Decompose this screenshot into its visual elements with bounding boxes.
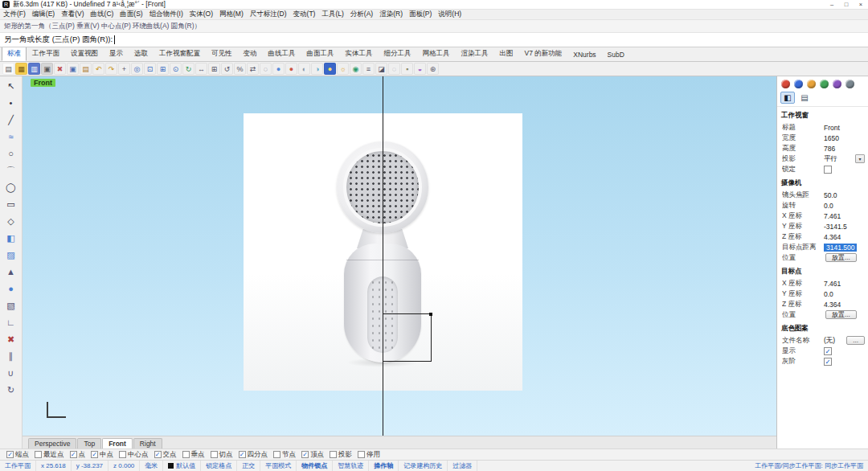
status-cell[interactable]: 智慧轨迹	[333, 461, 369, 471]
copy-icon[interactable]: ▣	[67, 63, 79, 75]
property-value[interactable]: 7.461	[824, 280, 841, 288]
osnap-toggle[interactable]: 垂点	[182, 450, 205, 460]
zoom-window-icon[interactable]: ⊡	[144, 63, 156, 75]
osnap-toggle[interactable]: 切点	[211, 450, 233, 460]
zoom-selected-icon[interactable]: ⊙	[170, 63, 182, 75]
toolbar-tab[interactable]: XNurbs	[567, 48, 601, 61]
osnap-toggle[interactable]: 端点	[6, 450, 29, 460]
xray-display-icon[interactable]: ◑	[311, 63, 323, 75]
property-value[interactable]: (无)	[824, 336, 835, 346]
property-value[interactable]: 786	[824, 145, 835, 153]
osnap-checkbox[interactable]	[70, 451, 77, 458]
box-icon[interactable]: ▧	[2, 297, 19, 313]
place-button[interactable]: 放置...	[825, 253, 857, 262]
browse-button[interactable]: ...	[846, 336, 865, 345]
property-checkbox[interactable]	[824, 166, 832, 174]
render-icon[interactable]: ●	[324, 63, 336, 75]
status-cell[interactable]: z 0.000	[108, 461, 140, 471]
osnap-checkbox[interactable]	[239, 451, 246, 458]
status-cell[interactable]: y -38.237	[72, 461, 108, 471]
command-input[interactable]: 另一角或长度 (三点(P) 圆角(R)):	[0, 33, 868, 47]
construction-line[interactable]	[383, 76, 383, 436]
sun-icon[interactable]: ☼	[337, 63, 349, 75]
menu-item[interactable]: 网格(M)	[216, 10, 247, 19]
viewport-tab[interactable]: Top	[77, 438, 101, 448]
sphere-icon[interactable]: ●	[2, 281, 19, 297]
status-cell[interactable]: 操作轴	[369, 461, 399, 471]
ellipse-icon[interactable]: ◯	[2, 179, 19, 195]
properties-tab-icon[interactable]	[781, 80, 790, 88]
boolean-icon[interactable]: ◒	[414, 63, 426, 75]
menu-item[interactable]: 面板(P)	[406, 10, 435, 19]
property-value[interactable]: 4.364	[824, 233, 841, 241]
status-cell[interactable]: 过滤器	[448, 461, 477, 471]
properties-icon[interactable]: ◪	[375, 63, 387, 75]
status-cell[interactable]: 默认值	[163, 461, 201, 471]
property-value[interactable]: 0.0	[824, 290, 833, 298]
osnap-toggle[interactable]: 四分点	[239, 450, 268, 460]
select-arrow-icon[interactable]: ↖	[2, 78, 19, 94]
lock-object-icon[interactable]: ▪	[401, 63, 413, 75]
osnap-toggle[interactable]: 停用	[358, 450, 380, 460]
object-properties-icon[interactable]: ▤	[797, 92, 812, 104]
osnap-checkbox[interactable]	[6, 451, 14, 458]
viewport-tab[interactable]: Perspective	[28, 438, 76, 448]
status-cell[interactable]: 物件锁点	[297, 461, 333, 471]
menu-item[interactable]: 查看(V)	[58, 10, 87, 19]
toolbar-tab[interactable]: 工作视窗配置	[154, 47, 206, 61]
move-icon[interactable]: ↔	[195, 63, 207, 75]
undo-icon[interactable]: ↶	[92, 63, 104, 75]
curve-icon[interactable]: ≈	[2, 129, 19, 145]
paste-icon[interactable]: ▤	[80, 63, 92, 75]
status-cell[interactable]: 工作平面	[0, 461, 36, 471]
rendered-display-icon[interactable]: ●	[285, 63, 297, 75]
property-value[interactable]: 7.461	[824, 212, 841, 220]
menu-item[interactable]: 尺寸标注(D)	[247, 10, 290, 19]
menu-item[interactable]: 组合物件(I)	[146, 10, 186, 19]
property-checkbox[interactable]	[824, 358, 832, 366]
rotate-view-icon[interactable]: ↻	[182, 63, 194, 75]
property-checkbox[interactable]	[824, 347, 832, 355]
property-value[interactable]: 3141.500	[824, 244, 857, 252]
surface-icon[interactable]: ◧	[2, 230, 19, 246]
extrude-icon[interactable]: ▲	[2, 264, 19, 280]
circle-icon[interactable]: ○	[2, 145, 19, 162]
menu-item[interactable]: 编辑(E)	[29, 10, 58, 19]
open-file-icon[interactable]: ▦	[15, 63, 27, 75]
earth-icon[interactable]: ◉	[350, 63, 362, 75]
trim-icon[interactable]: ✖	[2, 331, 19, 347]
wireframe-display-icon[interactable]: ◌	[260, 63, 272, 75]
viewport-title[interactable]: Front	[31, 79, 55, 87]
layers-icon[interactable]: ≡	[362, 63, 375, 75]
toolbar-tab[interactable]: 曲线工具	[263, 47, 301, 61]
osnap-checkbox[interactable]	[301, 451, 309, 458]
toolbar-tab[interactable]: 渲染工具	[456, 47, 494, 61]
viewport-tab[interactable]: Front	[102, 438, 133, 448]
layers-tab-icon[interactable]	[794, 80, 803, 88]
status-cell[interactable]: 正交	[237, 461, 260, 471]
toolbar-tab[interactable]: 出图	[494, 47, 519, 61]
osnap-checkbox[interactable]	[91, 451, 98, 458]
polyline-icon[interactable]: ╱	[2, 112, 19, 128]
toolbar-tab[interactable]: 选取	[129, 47, 154, 61]
toolbar-tab[interactable]: 可见性	[206, 47, 238, 61]
menu-item[interactable]: 说明(H)	[435, 10, 465, 19]
property-value[interactable]: -3141.5	[824, 223, 847, 231]
lights-tab-icon[interactable]	[833, 80, 841, 88]
toolbar-tab[interactable]: 细分工具	[379, 47, 417, 61]
rectangle-icon[interactable]: ▭	[2, 196, 19, 212]
osnap-checkbox[interactable]	[182, 451, 190, 458]
dropdown-button[interactable]	[855, 154, 865, 163]
osnap-toggle[interactable]: 顶点	[301, 450, 324, 460]
toolbar-tab[interactable]: 网格工具	[417, 47, 456, 61]
menu-item[interactable]: 曲面(S)	[117, 10, 145, 19]
toolbar-tab[interactable]: V7 的新功能	[519, 47, 568, 61]
options-icon[interactable]: ⊛	[427, 63, 439, 75]
property-value[interactable]: 1650	[824, 134, 839, 142]
osnap-checkbox[interactable]	[119, 451, 126, 458]
redo-icon[interactable]: ↷	[105, 63, 117, 75]
menu-item[interactable]: 文件(F)	[0, 10, 29, 19]
ghosted-display-icon[interactable]: ◐	[298, 63, 310, 75]
hide-object-icon[interactable]: ◌	[388, 63, 400, 75]
polygon-icon[interactable]: ◇	[2, 213, 19, 229]
